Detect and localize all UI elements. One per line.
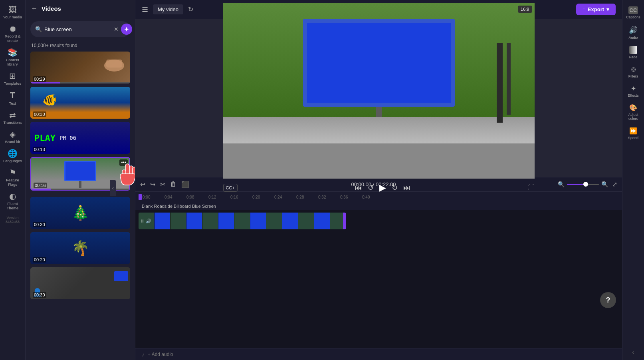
road-surface [223,143,535,179]
right-sidebar-item-audio[interactable]: 🔊 Audio [623,23,643,42]
zoom-in-icon[interactable]: 🔍 [601,181,608,187]
ruler-mark-32: 0:32 [318,195,340,199]
play-button[interactable]: ▶ [379,183,386,193]
video-thumb-6[interactable]: 🌴 00:20 [30,232,130,264]
ai-search-button[interactable] [121,24,132,35]
video-duration-7: 00:30 [33,292,46,298]
sidebar-item-templates[interactable]: ⊞ Templates [2,70,24,88]
clip-frame-6 [218,213,234,229]
video-clip-strip[interactable]: ⏸ 🔊 [139,213,346,229]
add-audio-button[interactable]: + Add audio [148,352,173,357]
guardrail-area [223,117,535,143]
expand-timeline-button[interactable]: ⤢ [612,181,617,188]
video-duration-1: 00:29 [33,76,46,82]
sidebar-item-your-media[interactable]: 🖼 Your media [2,3,24,22]
ruler-mark-0: 0:00 [143,195,164,199]
clip-audio-button[interactable]: 🔊 [146,218,151,223]
more-options-button[interactable]: ••• [119,159,128,166]
panel-title: Videos [42,5,61,12]
record-create-icon: ⏺ [9,25,17,33]
sidebar-item-record-create[interactable]: ⏺ Record &create [2,22,24,45]
video-duration-5: 00:30 [33,222,46,227]
refresh-button[interactable]: ↻ [188,6,193,13]
delete-button[interactable]: 🗑 [170,181,176,188]
playhead[interactable] [139,194,142,200]
search-input[interactable] [44,26,111,32]
ruler-mark-28: 0:28 [296,195,318,199]
timeline-tracks: Blank Roadside Billboard Blue Screen ⏸ 🔊 [135,203,622,360]
video-duration-4: 00:16 [34,183,47,188]
clip-frame-2 [155,213,170,229]
sidebar-item-text[interactable]: T Text [2,89,24,108]
video-duration-6: 00:20 [33,257,46,263]
svg-rect-2 [106,60,122,68]
transitions-icon: ⇄ [9,111,16,119]
right-sidebar-item-adjust-colors[interactable]: 🎨 Adjustcolors [623,101,643,123]
filters-icon: ⊚ [631,66,636,73]
clip-frame-5 [202,213,218,229]
sidebar-item-transitions[interactable]: ⇄ Transitions [2,109,24,127]
ruler-mark-40: 0:40 [362,195,384,199]
hamburger-menu[interactable]: ☰ [142,5,148,14]
svg-marker-0 [124,27,129,32]
playback-bar: CC+ ⏮ ↺ ▶ ↻ ⏭ ⛶ [223,183,535,193]
fullscreen-button[interactable]: ⛶ [528,184,535,191]
feature-flags-icon: ⚑ [9,169,16,177]
right-sidebar-item-captions[interactable]: CC Captions [623,4,643,22]
cut-button[interactable]: ✂ [160,181,165,188]
sidebar-item-version: Version8482a53 [2,213,24,226]
export-dropdown-icon: ▾ [606,6,609,12]
ruler-marks: 0:00 0:04 0:08 0:12 0:16 0:20 0:24 0:28 … [143,195,619,199]
save-frame-button[interactable]: ⬛ [181,181,189,188]
sidebar-item-brand-kit[interactable]: ◈ Brand kit [2,128,24,146]
ruler-mark-4: 0:04 [164,195,186,199]
sidebar-item-fluent-theme[interactable]: ◐ FluentTheme [2,190,24,213]
help-button[interactable]: ? [600,292,616,308]
project-name-button[interactable]: My video [153,4,183,14]
forward-button[interactable]: ↻ [392,183,398,192]
video-row-3: PLAY PR 06 00:13 [30,122,130,154]
video-thumb-3[interactable]: PLAY PR 06 00:13 [30,122,130,154]
redo-button[interactable]: ↪ [150,181,155,188]
video-thumb-7[interactable]: 👤 00:30 [30,267,130,299]
clip-pause-button[interactable]: ⏸ [140,219,145,223]
your-media-icon: 🖼 [9,6,17,14]
export-button[interactable]: ↑ Export ▾ [576,4,616,15]
zoom-slider[interactable] [567,184,599,185]
search-clear-button[interactable]: ✕ [114,26,119,32]
video-thumb-1[interactable]: 00:29 [30,52,130,84]
right-sidebar-item-speed[interactable]: ⏩ Speed [623,125,643,142]
video-row-6: 🌴 00:20 [30,232,130,264]
right-sidebar-item-filters[interactable]: ⊚ Filters [623,63,643,81]
clip-right-handle[interactable] [343,213,346,229]
cc-button[interactable]: CC+ [223,184,238,192]
zoom-out-icon[interactable]: 🔍 [558,181,565,187]
skip-forward-button[interactable]: ⏭ [403,184,410,192]
back-button[interactable]: ← [30,4,38,13]
ruler-mark-16: 0:16 [230,195,252,199]
undo-button[interactable]: ↩ [140,181,145,188]
sidebar-item-content-library[interactable]: 📚 Contentlibrary [2,46,24,69]
screen-blue-icon [114,271,128,281]
sidebar-item-languages[interactable]: 🌐 Languages [2,147,24,165]
video-thumb-2[interactable]: 🐠 00:30 [30,87,130,119]
play-text: PLAY [34,133,55,143]
adjust-colors-icon: 🎨 [629,104,637,111]
rewind-button[interactable]: ↺ [368,183,374,192]
panel-collapse-button[interactable]: ‹ [110,180,116,196]
results-count: 10,000+ results found [26,41,135,52]
skip-back-button[interactable]: ⏮ [355,184,362,192]
right-sidebar-collapse-button[interactable]: ‹ [632,349,634,356]
video-duration-2: 00:30 [33,111,46,117]
video-duration-3: 00:13 [33,147,46,152]
plant-icon: 🌴 [71,240,89,257]
videos-panel: ← Videos 🔍 ✕ 10,000+ results found 00:29 [26,0,135,360]
clip-frame-7 [234,213,250,229]
sidebar-item-feature-flags[interactable]: ⚑ FeatureFlags [2,166,24,189]
clip-label-row: Blank Roadside Billboard Blue Screen [135,203,622,210]
right-sidebar-item-effects[interactable]: ✦ Effects [623,82,643,100]
audio-icon: 🔊 [629,26,638,34]
video-thumb-5[interactable]: 🎄 00:30 [30,197,130,229]
right-sidebar-item-fade[interactable]: Fade [623,44,643,62]
effects-icon: ✦ [631,85,636,92]
